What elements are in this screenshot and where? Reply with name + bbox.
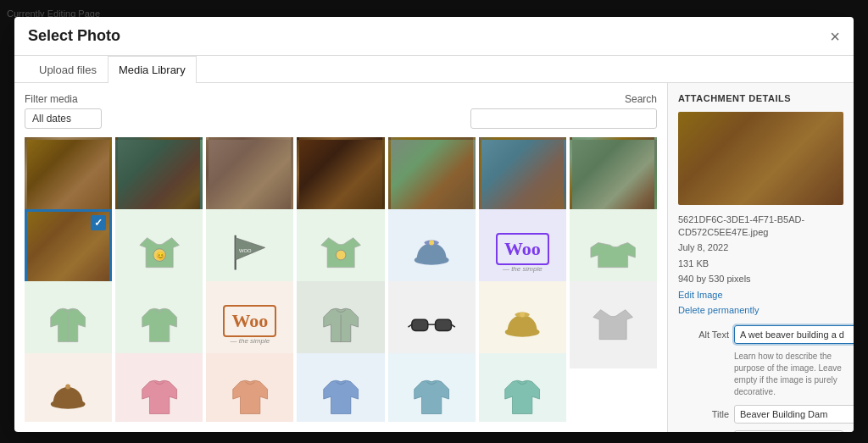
left-panel: Filter media All dates July 2022 June 20…: [14, 83, 667, 432]
gray-shirt-icon: [572, 284, 654, 366]
attachment-dimensions: 940 by 530 pixels: [678, 273, 843, 285]
svg-rect-12: [435, 320, 451, 331]
search-input[interactable]: [470, 108, 657, 129]
svg-text:WOO: WOO: [239, 249, 252, 254]
alt-text-input[interactable]: [734, 325, 854, 344]
attachment-thumbnail: [678, 112, 843, 205]
media-item[interactable]: [479, 353, 566, 422]
modal-close-button[interactable]: ×: [830, 28, 840, 55]
svg-point-5: [336, 251, 346, 261]
selection-checkmark: ✓: [91, 215, 106, 230]
filter-media-label: Filter media: [25, 93, 102, 105]
caption-row: Caption: [678, 430, 843, 432]
modal-title: Select Photo: [28, 27, 120, 55]
caption-input[interactable]: [734, 430, 843, 432]
media-grid: ✓ 😊: [25, 137, 657, 422]
alt-text-row: Alt Text: [678, 325, 843, 344]
attachment-date: July 8, 2022: [678, 241, 843, 254]
svg-point-8: [429, 241, 434, 246]
peach-hoodie-icon: [209, 356, 291, 422]
teal-hoodie-icon: [481, 356, 564, 422]
media-item[interactable]: [206, 353, 293, 422]
title-row: Title: [678, 405, 843, 424]
edit-image-link[interactable]: Edit Image: [678, 289, 843, 302]
filter-group: Filter media All dates July 2022 June 20…: [25, 93, 102, 129]
attachment-filesize: 131 KB: [678, 257, 843, 270]
media-item[interactable]: [115, 353, 203, 422]
svg-point-20: [66, 385, 71, 390]
media-item[interactable]: [297, 353, 384, 422]
delete-permanently-link[interactable]: Delete permanently: [678, 304, 843, 317]
title-label: Title: [678, 405, 729, 419]
brown-hat-icon: [27, 356, 109, 422]
filter-row: Filter media All dates July 2022 June 20…: [25, 93, 657, 129]
select-photo-modal: Select Photo × Upload files Media Librar…: [14, 17, 854, 432]
caption-label: Caption: [678, 430, 729, 432]
woo-label: Woo: [496, 233, 549, 265]
tab-media-library[interactable]: Media Library: [108, 56, 197, 83]
attachment-details-title: ATTACHMENT DETAILS: [678, 93, 843, 103]
tab-upload-files[interactable]: Upload files: [28, 56, 108, 83]
modal-header: Select Photo ×: [14, 17, 854, 56]
search-group: Search: [470, 93, 657, 129]
title-input[interactable]: [734, 405, 854, 424]
tabs-row: Upload files Media Library: [14, 56, 854, 83]
svg-text:😊: 😊: [156, 251, 165, 261]
date-filter-select[interactable]: All dates July 2022 June 2022: [25, 108, 102, 129]
svg-rect-11: [412, 320, 428, 331]
blue-hoodie2-icon: [391, 356, 473, 422]
alt-text-label: Alt Text: [678, 325, 729, 340]
media-item[interactable]: [388, 353, 476, 422]
search-label: Search: [625, 93, 657, 105]
alt-text-hint: Learn how to describe the purpose of the…: [734, 351, 843, 398]
blue-hoodie-icon: [299, 356, 381, 422]
pink-hoodie-icon: [118, 356, 200, 422]
modal-overlay: Select Photo × Upload files Media Librar…: [0, 0, 868, 443]
attachment-filename: 5621DF6C-3DE1-4F71-B5AD-CD572C5EE47E.jpe…: [678, 213, 843, 240]
modal-body: Filter media All dates July 2022 June 20…: [14, 83, 854, 432]
attachment-details-panel: ATTACHMENT DETAILS 5621DF6C-3DE1-4F71-B5…: [667, 83, 854, 432]
media-item[interactable]: [570, 281, 657, 368]
media-item[interactable]: [25, 353, 112, 422]
svg-point-18: [520, 313, 525, 318]
